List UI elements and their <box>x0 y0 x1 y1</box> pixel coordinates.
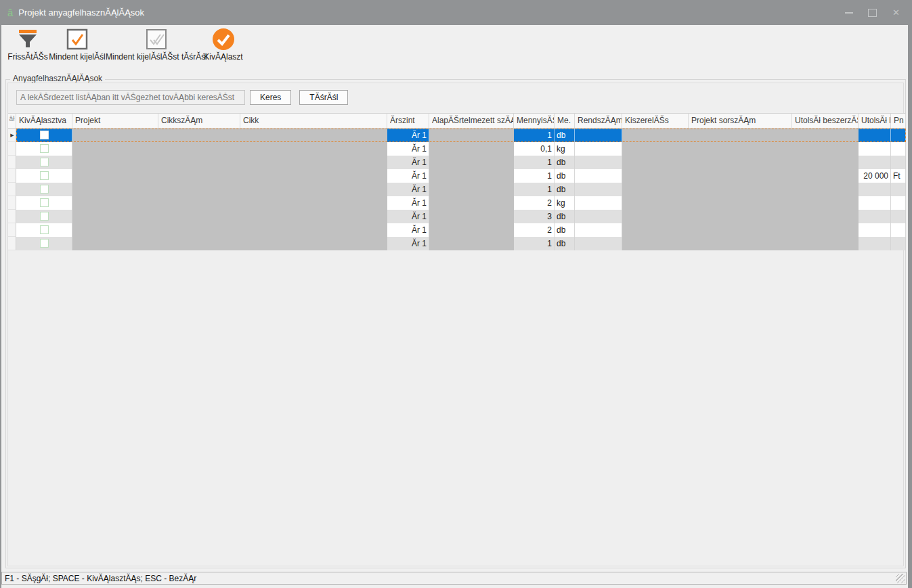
column-header-kivalasztva[interactable]: KivĂĄlasztva <box>16 114 72 128</box>
column-header-mennyiseg[interactable]: MennyisĂŠg <box>514 114 555 128</box>
cell-arszint[interactable]: Ăr 1 <box>387 210 429 223</box>
select-all-button[interactable]: Mindent kijelĂśl <box>47 28 107 62</box>
cell-rendszam[interactable] <box>575 169 622 183</box>
cell-kivalasztva[interactable] <box>16 156 72 169</box>
row-selector[interactable] <box>8 183 16 196</box>
cell-me[interactable]: db <box>555 183 575 196</box>
search-input[interactable] <box>16 90 245 105</box>
cell-rendszam[interactable] <box>575 237 622 250</box>
cell-pn[interactable] <box>891 156 906 169</box>
cell-pn[interactable] <box>891 183 906 196</box>
cell-pn[interactable]: Ft <box>891 169 906 183</box>
cell-kivalasztva[interactable] <box>16 210 72 223</box>
cell-kivalasztva[interactable] <box>16 169 72 183</box>
cell-me[interactable]: db <box>555 129 575 142</box>
cell-utolso_be[interactable]: 20 000 <box>859 169 891 183</box>
cell-pn[interactable] <box>891 129 906 142</box>
table-row[interactable]: Ăr 12db <box>8 223 906 237</box>
table-row[interactable]: ▶Ăr 11db <box>8 129 906 142</box>
column-header-projekt[interactable]: Projekt <box>72 114 158 128</box>
cell-pn[interactable] <box>891 237 906 250</box>
row-checkbox[interactable] <box>40 171 49 180</box>
column-header-rendszam[interactable]: RendszĂĄm <box>575 114 622 128</box>
cell-mennyiseg[interactable]: 1 <box>514 129 555 142</box>
cell-utolso_be[interactable] <box>859 196 891 210</box>
row-checkbox[interactable] <box>40 144 49 153</box>
cell-arszint[interactable]: Ăr 1 <box>387 223 429 237</box>
column-header-utolso_beszerzes[interactable]: UtolsĂł beszerzĂŠs s: <box>792 114 859 128</box>
cell-utolso_be[interactable] <box>859 156 891 169</box>
cell-rendszam[interactable] <box>575 223 622 237</box>
cell-kivalasztva[interactable] <box>16 183 72 196</box>
close-button[interactable]: ✕ <box>884 0 908 25</box>
column-header-me[interactable]: Me. <box>555 114 575 128</box>
row-selector[interactable] <box>8 142 16 156</box>
column-header-rowmark[interactable]: âł <box>8 114 16 128</box>
cell-pn[interactable] <box>891 223 906 237</box>
cell-rendszam[interactable] <box>575 210 622 223</box>
cell-rendszam[interactable] <box>575 156 622 169</box>
row-checkbox[interactable] <box>40 185 49 194</box>
cell-mennyiseg[interactable]: 1 <box>514 156 555 169</box>
cell-utolso_be[interactable] <box>859 237 891 250</box>
table-row[interactable]: Ăr 13db <box>8 210 906 223</box>
choose-button[interactable]: KivĂĄlaszt <box>204 28 242 62</box>
cell-utolso_be[interactable] <box>859 129 891 142</box>
row-selector[interactable]: ▶ <box>8 129 16 142</box>
cell-pn[interactable] <box>891 196 906 210</box>
cell-arszint[interactable]: Ăr 1 <box>387 156 429 169</box>
column-header-cikkszam[interactable]: CikkszĂĄm <box>158 114 240 128</box>
column-header-utolso_be[interactable]: UtolsĂł be <box>859 114 891 128</box>
cell-me[interactable]: db <box>555 156 575 169</box>
cell-me[interactable]: db <box>555 210 575 223</box>
column-header-kiszereles[interactable]: KiszerelĂŠs <box>622 114 689 128</box>
cell-arszint[interactable]: Ăr 1 <box>387 169 429 183</box>
clear-selection-button[interactable]: Mindent kijelĂślĂŠst tĂśrĂśl <box>112 28 200 62</box>
cell-mennyiseg[interactable]: 1 <box>514 169 555 183</box>
row-checkbox[interactable] <box>40 212 49 221</box>
refresh-button[interactable]: FrissĂ­tĂŠs <box>8 28 47 62</box>
table-row[interactable]: Ăr 10,1kg <box>8 142 906 156</box>
cell-pn[interactable] <box>891 142 906 156</box>
cell-kivalasztva[interactable] <box>16 237 72 250</box>
search-button[interactable]: Keres <box>250 90 291 105</box>
cell-arszint[interactable]: Ăr 1 <box>387 183 429 196</box>
row-checkbox[interactable] <box>40 239 49 248</box>
column-header-projekt_sorszam[interactable]: Projekt sorszĂĄm <box>689 114 792 128</box>
cell-me[interactable]: db <box>555 169 575 183</box>
table-row[interactable]: Ăr 12kg <box>8 196 906 210</box>
cell-me[interactable]: kg <box>555 142 575 156</box>
column-header-cikk[interactable]: Cikk <box>240 114 387 128</box>
row-selector[interactable] <box>8 169 16 183</box>
cell-utolso_be[interactable] <box>859 142 891 156</box>
cell-rendszam[interactable] <box>575 183 622 196</box>
cell-arszint[interactable]: Ăr 1 <box>387 142 429 156</box>
table-row[interactable]: Ăr 11db <box>8 156 906 169</box>
table-row[interactable]: Ăr 11db <box>8 237 906 250</box>
clear-button[interactable]: TĂśrĂśl <box>299 90 348 105</box>
row-checkbox[interactable] <box>40 225 49 234</box>
cell-mennyiseg[interactable]: 3 <box>514 210 555 223</box>
cell-rendszam[interactable] <box>575 129 622 142</box>
row-checkbox[interactable] <box>40 131 49 139</box>
cell-kivalasztva[interactable] <box>16 223 72 237</box>
cell-me[interactable]: kg <box>555 196 575 210</box>
cell-rendszam[interactable] <box>575 142 622 156</box>
cell-kivalasztva[interactable] <box>16 196 72 210</box>
cell-mennyiseg[interactable]: 2 <box>514 223 555 237</box>
maximize-button[interactable] <box>861 0 884 25</box>
cell-kivalasztva[interactable] <box>16 129 72 142</box>
row-selector[interactable] <box>8 156 16 169</box>
minimize-button[interactable] <box>837 0 861 25</box>
cell-utolso_be[interactable] <box>859 210 891 223</box>
cell-mennyiseg[interactable]: 1 <box>514 183 555 196</box>
cell-me[interactable]: db <box>555 237 575 250</box>
row-checkbox[interactable] <box>40 198 49 207</box>
row-checkbox[interactable] <box>40 158 49 166</box>
cell-mennyiseg[interactable]: 2 <box>514 196 555 210</box>
column-header-arszint[interactable]: Ărszint <box>387 114 429 128</box>
cell-pn[interactable] <box>891 210 906 223</box>
cell-kivalasztva[interactable] <box>16 142 72 156</box>
row-selector[interactable] <box>8 223 16 237</box>
cell-mennyiseg[interactable]: 1 <box>514 237 555 250</box>
